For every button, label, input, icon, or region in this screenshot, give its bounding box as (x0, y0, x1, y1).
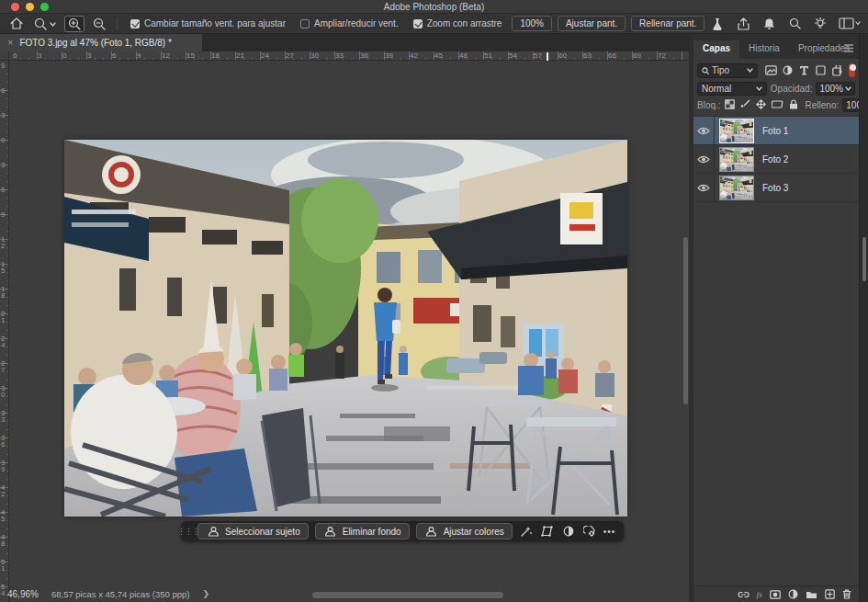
lock-artboard-nesting-icon[interactable] (772, 99, 783, 111)
layer-visibility-toggle[interactable] (693, 174, 715, 201)
contextual-taskbar: ⋮⋮⋮ Seleccionar sujeto Eliminar fondo Aj… (181, 521, 624, 541)
layer-name[interactable]: Foto 2 (762, 154, 788, 165)
layer-row[interactable]: Foto 1 (693, 117, 859, 145)
new-layer-icon[interactable] (825, 588, 835, 601)
document-tab[interactable]: × FOTO 3.jpg al 47% (Foto 1, RGB/8) * (0, 34, 202, 51)
discover-lightbulb-icon[interactable] (813, 17, 828, 31)
lock-position-move-icon[interactable] (756, 99, 766, 111)
options-bar: Cambiar tamaño vent. para ajustar Amplia… (0, 14, 868, 34)
filter-shape-layers-icon[interactable] (813, 63, 829, 78)
layer-thumbnail[interactable] (719, 119, 754, 143)
fill-screen-button[interactable]: Rellenar pant. (631, 16, 705, 31)
panel-tab[interactable]: Historia (739, 40, 789, 59)
home-icon[interactable] (7, 17, 26, 31)
generative-wand-icon[interactable] (519, 526, 534, 538)
checkbox-box[interactable] (130, 19, 140, 28)
layers-panel: CapasHistoriaPropiedades Tipo (693, 34, 859, 602)
close-window-button[interactable] (11, 3, 19, 11)
horizontal-scrollbar[interactable] (312, 592, 503, 598)
ruler-tick-label: 27 (286, 51, 310, 60)
new-adjustment-layer-icon[interactable] (788, 588, 798, 601)
filter-pixel-layers-icon[interactable] (763, 63, 779, 78)
filter-type-layers-icon[interactable] (796, 63, 812, 78)
eye-icon (697, 155, 710, 164)
taskbar-button[interactable]: Ajustar colores (416, 523, 513, 540)
fit-screen-button[interactable]: Ajustar pant. (558, 16, 626, 31)
option-checkbox[interactable]: Cambiar tamaño vent. para ajustar (130, 18, 286, 28)
photoshop-window: Adobe Photoshop (Beta) Cambiar tamaño ve… (0, 0, 868, 602)
filter-type-icons (763, 63, 845, 78)
taskbar-button[interactable]: Seleccionar sujeto (197, 523, 309, 540)
option-checkbox[interactable]: Ampliar/reducir vent. (300, 18, 399, 28)
separator (117, 17, 118, 30)
document-canvas-image[interactable] (64, 140, 627, 517)
transform-icon[interactable] (540, 526, 555, 537)
blend-mode-select[interactable]: Normal (697, 82, 767, 96)
checkbox-label: Cambiar tamaño vent. para ajustar (144, 18, 286, 28)
layer-name[interactable]: Foto 1 (762, 126, 788, 136)
status-zoom-level[interactable]: 46,96% (7, 589, 39, 599)
checkbox-box[interactable] (413, 19, 423, 28)
search-icon[interactable] (787, 17, 802, 31)
vertical-scrollbar[interactable] (683, 237, 688, 404)
panel-scrollbar[interactable] (862, 237, 866, 281)
panel-tab[interactable]: Capas (693, 40, 739, 59)
layer-row[interactable]: Foto 2 (693, 145, 859, 174)
add-mask-icon[interactable] (770, 588, 781, 601)
adjustments-icon[interactable] (561, 526, 576, 537)
ruler-tick-label: 21 (236, 51, 261, 60)
opacity-value[interactable]: 100% (816, 82, 855, 96)
horizontal-ruler[interactable]: 6303691215182124273033363942454851545760… (9, 51, 693, 61)
filter-on-off-toggle[interactable] (849, 63, 855, 77)
option-checkbox[interactable]: Zoom con arrastre (413, 18, 502, 28)
lock-pixels-brush-icon[interactable] (740, 99, 750, 111)
zoom-percентage-field[interactable]: 100% (512, 16, 552, 31)
panel-menu-icon[interactable] (844, 44, 853, 54)
taskbar-more-icon[interactable]: ••• (603, 527, 616, 537)
layer-visibility-toggle[interactable] (693, 145, 715, 173)
ruler-tick-label: 51 (484, 51, 509, 60)
chevron-down-icon (756, 86, 762, 91)
vertical-ruler[interactable]: 9630369121518212427303336394245485154 (0, 61, 9, 602)
status-menu-chevron-icon[interactable]: ❯ (202, 589, 209, 598)
taskbar-button-label: Eliminar fondo (343, 527, 401, 537)
window-title: Adobe Photoshop (Beta) (0, 2, 868, 12)
harmonize-settings-icon[interactable] (582, 526, 597, 537)
eye-icon (697, 127, 710, 135)
zoom-window-button[interactable] (40, 3, 49, 11)
ruler-tick-label: 9 (137, 51, 162, 60)
taskbar-drag-handle[interactable]: ⋮⋮⋮ (186, 529, 191, 533)
taskbar-button[interactable]: Eliminar fondo (315, 523, 410, 540)
tab-close-icon[interactable]: × (7, 38, 13, 48)
lock-transparency-icon[interactable] (725, 99, 735, 111)
minimize-window-button[interactable] (26, 3, 34, 11)
filter-smart-objects-icon[interactable] (829, 63, 845, 78)
new-group-folder-icon[interactable] (806, 588, 817, 601)
share-icon[interactable] (736, 17, 750, 31)
layer-visibility-toggle[interactable] (693, 117, 715, 144)
ruler-cursor-indicator (547, 52, 548, 61)
delete-layer-trash-icon[interactable] (842, 588, 851, 601)
notifications-bell-icon[interactable] (761, 17, 776, 31)
layer-style-fx-icon[interactable]: fx (757, 588, 763, 601)
chevron-down-icon (747, 68, 753, 73)
layer-name[interactable]: Foto 3 (762, 183, 788, 193)
filter-kind-select[interactable]: Tipo (697, 63, 758, 78)
beta-flask-icon[interactable] (710, 17, 725, 31)
layer-thumbnail[interactable] (719, 176, 754, 200)
layer-row[interactable]: Foto 3 (693, 174, 859, 202)
ruler-tick-label: 63 (583, 51, 608, 60)
ruler-tick-label: 12 (162, 51, 186, 60)
link-layers-icon[interactable] (738, 588, 750, 601)
workspace-switcher-icon[interactable] (839, 17, 861, 31)
layer-thumbnail[interactable] (719, 147, 754, 172)
checkbox-box[interactable] (300, 19, 310, 28)
zoom-in-tool-button[interactable] (64, 16, 85, 32)
ruler-tick-label: 24 (261, 51, 286, 60)
lock-all-icon[interactable] (789, 99, 798, 111)
filter-adjustment-layers-icon[interactable] (780, 63, 795, 78)
zoom-out-tool-button[interactable] (90, 17, 108, 31)
taskbar-button-label: Seleccionar sujeto (225, 527, 300, 537)
zoom-tool-icon[interactable] (31, 17, 59, 31)
ruler-corner[interactable] (0, 51, 9, 61)
